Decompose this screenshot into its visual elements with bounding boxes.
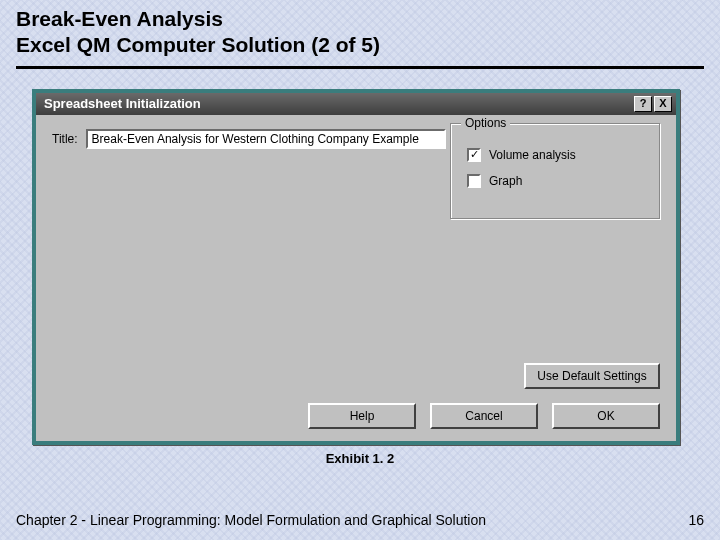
help-button[interactable]: Help: [308, 403, 416, 429]
volume-analysis-option[interactable]: ✓ Volume analysis: [467, 148, 649, 162]
header-line-2: Excel QM Computer Solution (2 of 5): [16, 32, 704, 58]
footer-chapter: Chapter 2 - Linear Programming: Model Fo…: [16, 512, 486, 528]
use-default-settings-button[interactable]: Use Default Settings: [524, 363, 660, 389]
slide-header: Break-Even Analysis Excel QM Computer So…: [0, 0, 720, 63]
volume-analysis-checkbox[interactable]: ✓: [467, 148, 481, 162]
help-icon[interactable]: ?: [634, 96, 652, 112]
dialog-titlebar: Spreadsheet Initialization ? X: [36, 93, 676, 115]
slide-footer: Chapter 2 - Linear Programming: Model Fo…: [16, 512, 704, 528]
header-rule: [16, 66, 704, 69]
volume-analysis-label: Volume analysis: [489, 148, 576, 162]
graph-checkbox[interactable]: [467, 174, 481, 188]
dialog-window: Spreadsheet Initialization ? X Title: Op…: [32, 89, 680, 445]
dialog-button-row: Help Cancel OK: [308, 403, 660, 429]
title-label: Title:: [52, 132, 78, 146]
dialog-client-area: Title: Options ✓ Volume analysis Graph U…: [36, 115, 676, 441]
exhibit-caption: Exhibit 1. 2: [0, 451, 720, 466]
graph-label: Graph: [489, 174, 522, 188]
title-row: Title:: [52, 129, 446, 149]
ok-button[interactable]: OK: [552, 403, 660, 429]
options-groupbox: Options ✓ Volume analysis Graph: [450, 123, 660, 219]
options-legend: Options: [461, 116, 510, 130]
graph-option[interactable]: Graph: [467, 174, 649, 188]
close-icon[interactable]: X: [654, 96, 672, 112]
header-line-1: Break-Even Analysis: [16, 6, 704, 32]
cancel-button[interactable]: Cancel: [430, 403, 538, 429]
page-number: 16: [688, 512, 704, 528]
dialog-title: Spreadsheet Initialization: [44, 96, 201, 111]
title-input[interactable]: [86, 129, 446, 149]
